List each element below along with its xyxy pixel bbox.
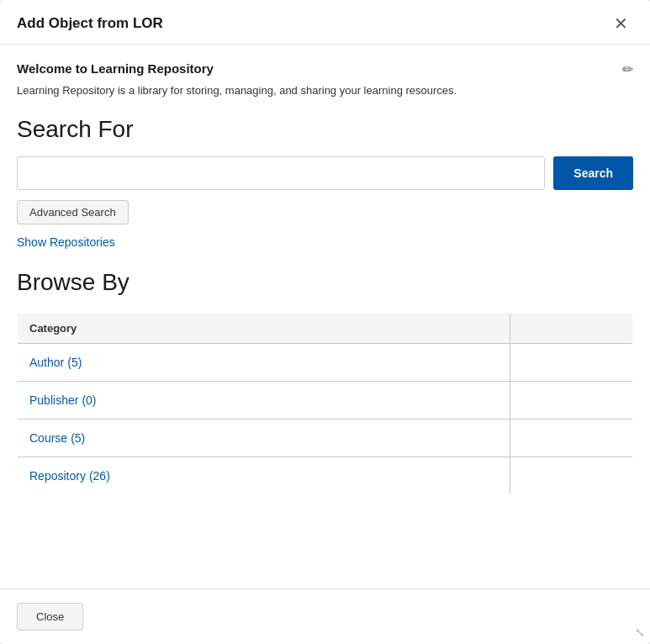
category-link[interactable]: Repository — [29, 469, 86, 483]
table-row: Publisher(0) — [18, 381, 633, 419]
edit-icon[interactable]: ✏ — [622, 61, 633, 77]
category-extra-cell — [510, 457, 632, 494]
close-button[interactable]: Close — [17, 603, 83, 631]
browse-by-heading: Browse By — [17, 269, 633, 296]
category-cell: Author(5) — [18, 343, 510, 381]
search-input[interactable] — [17, 156, 545, 190]
welcome-description: Learning Repository is a library for sto… — [17, 82, 633, 99]
category-column-header: Category — [18, 313, 510, 343]
category-link[interactable]: Author — [29, 356, 64, 369]
category-extra-cell — [510, 343, 632, 381]
dialog-title: Add Object from LOR — [17, 15, 163, 32]
dialog-header: Add Object from LOR ✕ — [0, 0, 650, 45]
search-for-heading: Search For — [17, 116, 633, 143]
welcome-section: ✏ Welcome to Learning Repository Learnin… — [17, 61, 633, 99]
welcome-title: Welcome to Learning Repository — [17, 61, 633, 76]
table-row: Course(5) — [18, 419, 633, 457]
advanced-search-button[interactable]: Advanced Search — [17, 200, 129, 224]
extra-column-header — [510, 313, 632, 343]
category-count: (5) — [71, 431, 85, 445]
table-row: Author(5) — [18, 343, 633, 381]
add-object-dialog: Add Object from LOR ✕ ✏ Welcome to Learn… — [0, 0, 650, 644]
category-cell: Publisher(0) — [18, 381, 510, 419]
category-extra-cell — [510, 381, 632, 419]
show-repositories-link[interactable]: Show Repositories — [17, 235, 115, 249]
table-row: Repository(26) — [18, 457, 633, 494]
category-cell: Course(5) — [18, 419, 510, 457]
category-cell: Repository(26) — [18, 457, 510, 494]
category-extra-cell — [510, 419, 632, 457]
category-count: (26) — [89, 469, 110, 483]
resize-handle-icon[interactable]: ⤡ — [635, 626, 645, 639]
search-button[interactable]: Search — [553, 156, 633, 190]
category-count: (0) — [82, 393, 96, 407]
close-x-button[interactable]: ✕ — [609, 13, 633, 34]
dialog-body: ✏ Welcome to Learning Repository Learnin… — [0, 45, 650, 589]
dialog-footer: Close ⤡ — [0, 589, 650, 644]
category-link[interactable]: Course — [29, 431, 67, 445]
category-link[interactable]: Publisher — [29, 393, 78, 407]
search-row: Search — [17, 156, 633, 190]
browse-table: Category Author(5)Publisher(0)Course(5)R… — [17, 313, 633, 495]
category-count: (5) — [67, 356, 82, 369]
